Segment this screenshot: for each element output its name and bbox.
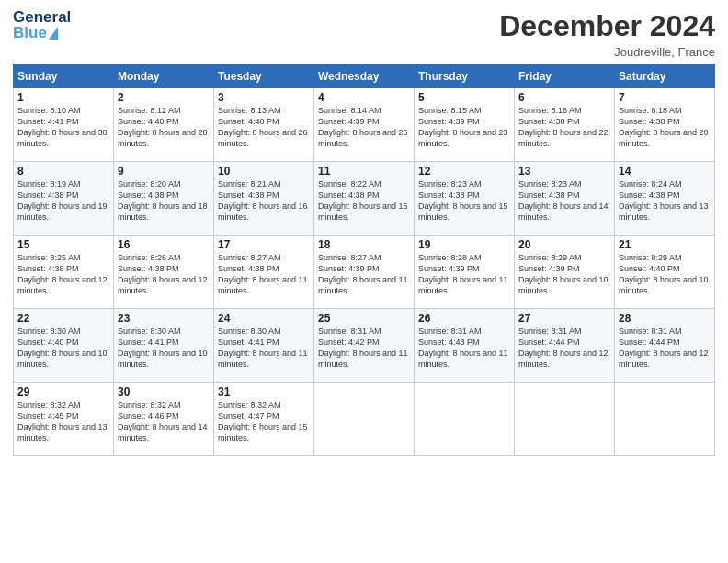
cell-info: Sunrise: 8:27 AM Sunset: 4:38 PM Dayligh…: [218, 252, 310, 297]
cell-info: Sunrise: 8:30 AM Sunset: 4:41 PM Dayligh…: [118, 326, 210, 371]
header-row: Sunday Monday Tuesday Wednesday Thursday…: [14, 65, 715, 88]
day-number: 9: [118, 165, 210, 178]
cell-info: Sunrise: 8:32 AM Sunset: 4:45 PM Dayligh…: [17, 399, 109, 444]
cell-info: Sunrise: 8:31 AM Sunset: 4:42 PM Dayligh…: [318, 326, 410, 371]
cell-info: Sunrise: 8:28 AM Sunset: 4:39 PM Dayligh…: [418, 252, 510, 297]
page: General Blue December 2024 Joudreville, …: [0, 0, 728, 563]
calendar-cell: 18 Sunrise: 8:27 AM Sunset: 4:39 PM Dayl…: [314, 236, 415, 309]
calendar-cell: 15 Sunrise: 8:25 AM Sunset: 4:38 PM Dayl…: [14, 236, 114, 309]
logo-blue-text: Blue: [13, 25, 47, 40]
cell-info: Sunrise: 8:26 AM Sunset: 4:38 PM Dayligh…: [118, 252, 210, 297]
day-number: 14: [619, 165, 711, 178]
calendar-week-2: 8 Sunrise: 8:19 AM Sunset: 4:38 PM Dayli…: [14, 162, 715, 236]
calendar-cell: 4 Sunrise: 8:14 AM Sunset: 4:39 PM Dayli…: [314, 88, 415, 162]
calendar-cell: 10 Sunrise: 8:21 AM Sunset: 4:38 PM Dayl…: [214, 162, 314, 236]
cell-info: Sunrise: 8:19 AM Sunset: 4:38 PM Dayligh…: [17, 178, 109, 224]
calendar-cell: 13 Sunrise: 8:23 AM Sunset: 4:38 PM Dayl…: [515, 162, 615, 236]
cell-info: Sunrise: 8:22 AM Sunset: 4:38 PM Dayligh…: [318, 178, 410, 224]
day-number: 20: [518, 238, 610, 251]
calendar-cell: 23 Sunrise: 8:30 AM Sunset: 4:41 PM Dayl…: [114, 309, 214, 383]
calendar-cell: 12 Sunrise: 8:23 AM Sunset: 4:38 PM Dayl…: [415, 162, 515, 236]
cell-info: Sunrise: 8:31 AM Sunset: 4:44 PM Dayligh…: [518, 326, 610, 371]
cell-info: Sunrise: 8:23 AM Sunset: 4:38 PM Dayligh…: [418, 178, 510, 224]
col-wednesday: Wednesday: [314, 65, 415, 88]
calendar-table: Sunday Monday Tuesday Wednesday Thursday…: [13, 64, 715, 456]
cell-info: Sunrise: 8:27 AM Sunset: 4:39 PM Dayligh…: [318, 252, 410, 297]
title-section: December 2024 Joudreville, France: [499, 9, 715, 59]
day-number: 24: [218, 312, 310, 325]
calendar-cell: 20 Sunrise: 8:29 AM Sunset: 4:39 PM Dayl…: [515, 236, 615, 309]
col-saturday: Saturday: [615, 65, 715, 88]
calendar-week-5: 29 Sunrise: 8:32 AM Sunset: 4:45 PM Dayl…: [14, 383, 715, 456]
calendar-cell: 28 Sunrise: 8:31 AM Sunset: 4:44 PM Dayl…: [615, 309, 715, 383]
day-number: 13: [518, 165, 610, 178]
calendar-cell: 7 Sunrise: 8:18 AM Sunset: 4:38 PM Dayli…: [615, 88, 715, 162]
calendar-cell: 5 Sunrise: 8:15 AM Sunset: 4:39 PM Dayli…: [415, 88, 515, 162]
cell-info: Sunrise: 8:13 AM Sunset: 4:40 PM Dayligh…: [218, 105, 310, 150]
col-sunday: Sunday: [14, 65, 114, 88]
location: Joudreville, France: [499, 45, 715, 59]
calendar-cell: 8 Sunrise: 8:19 AM Sunset: 4:38 PM Dayli…: [14, 162, 114, 236]
cell-info: Sunrise: 8:31 AM Sunset: 4:44 PM Dayligh…: [619, 326, 711, 371]
calendar-cell: 31 Sunrise: 8:32 AM Sunset: 4:47 PM Dayl…: [214, 383, 314, 456]
day-number: 21: [619, 238, 711, 251]
cell-info: Sunrise: 8:30 AM Sunset: 4:40 PM Dayligh…: [17, 326, 109, 371]
day-number: 22: [17, 312, 109, 325]
cell-info: Sunrise: 8:29 AM Sunset: 4:39 PM Dayligh…: [518, 252, 610, 297]
cell-info: Sunrise: 8:30 AM Sunset: 4:41 PM Dayligh…: [218, 326, 310, 371]
calendar-week-3: 15 Sunrise: 8:25 AM Sunset: 4:38 PM Dayl…: [14, 236, 715, 309]
cell-info: Sunrise: 8:18 AM Sunset: 4:38 PM Dayligh…: [619, 105, 711, 150]
calendar-cell: 21 Sunrise: 8:29 AM Sunset: 4:40 PM Dayl…: [615, 236, 715, 309]
day-number: 25: [318, 312, 410, 325]
day-number: 18: [318, 238, 410, 251]
cell-info: Sunrise: 8:32 AM Sunset: 4:46 PM Dayligh…: [118, 399, 210, 444]
calendar-week-4: 22 Sunrise: 8:30 AM Sunset: 4:40 PM Dayl…: [14, 309, 715, 383]
calendar-week-1: 1 Sunrise: 8:10 AM Sunset: 4:41 PM Dayli…: [14, 88, 715, 162]
calendar-cell: 14 Sunrise: 8:24 AM Sunset: 4:38 PM Dayl…: [615, 162, 715, 236]
day-number: 2: [118, 91, 210, 104]
calendar-cell: 17 Sunrise: 8:27 AM Sunset: 4:38 PM Dayl…: [214, 236, 314, 309]
calendar-cell: 11 Sunrise: 8:22 AM Sunset: 4:38 PM Dayl…: [314, 162, 415, 236]
day-number: 26: [418, 312, 510, 325]
logo-line2: Blue: [13, 25, 58, 40]
day-number: 31: [218, 385, 310, 398]
day-number: 11: [318, 165, 410, 178]
day-number: 5: [418, 91, 510, 104]
calendar-cell: 2 Sunrise: 8:12 AM Sunset: 4:40 PM Dayli…: [114, 88, 214, 162]
day-number: 1: [17, 91, 109, 104]
cell-info: Sunrise: 8:20 AM Sunset: 4:38 PM Dayligh…: [118, 178, 210, 224]
calendar-cell: [515, 383, 615, 456]
calendar-cell: 26 Sunrise: 8:31 AM Sunset: 4:43 PM Dayl…: [415, 309, 515, 383]
logo-triangle-icon: [49, 27, 58, 40]
day-number: 23: [118, 312, 210, 325]
cell-info: Sunrise: 8:24 AM Sunset: 4:38 PM Dayligh…: [619, 178, 711, 224]
header: General Blue December 2024 Joudreville, …: [13, 9, 715, 59]
cell-info: Sunrise: 8:10 AM Sunset: 4:41 PM Dayligh…: [17, 105, 109, 150]
day-number: 7: [619, 91, 711, 104]
cell-info: Sunrise: 8:15 AM Sunset: 4:39 PM Dayligh…: [418, 105, 510, 150]
day-number: 27: [518, 312, 610, 325]
day-number: 15: [17, 238, 109, 251]
day-number: 10: [218, 165, 310, 178]
cell-info: Sunrise: 8:31 AM Sunset: 4:43 PM Dayligh…: [418, 326, 510, 371]
logo: General Blue: [13, 9, 71, 40]
month-title: December 2024: [499, 9, 715, 43]
col-friday: Friday: [515, 65, 615, 88]
calendar-cell: 25 Sunrise: 8:31 AM Sunset: 4:42 PM Dayl…: [314, 309, 415, 383]
cell-info: Sunrise: 8:21 AM Sunset: 4:38 PM Dayligh…: [218, 178, 310, 224]
cell-info: Sunrise: 8:16 AM Sunset: 4:38 PM Dayligh…: [518, 105, 610, 150]
day-number: 29: [17, 385, 109, 398]
calendar-cell: 27 Sunrise: 8:31 AM Sunset: 4:44 PM Dayl…: [515, 309, 615, 383]
cell-info: Sunrise: 8:23 AM Sunset: 4:38 PM Dayligh…: [518, 178, 610, 224]
calendar-cell: 3 Sunrise: 8:13 AM Sunset: 4:40 PM Dayli…: [214, 88, 314, 162]
calendar-cell: 30 Sunrise: 8:32 AM Sunset: 4:46 PM Dayl…: [114, 383, 214, 456]
col-thursday: Thursday: [415, 65, 515, 88]
calendar-cell: 9 Sunrise: 8:20 AM Sunset: 4:38 PM Dayli…: [114, 162, 214, 236]
cell-info: Sunrise: 8:12 AM Sunset: 4:40 PM Dayligh…: [118, 105, 210, 150]
calendar-cell: [314, 383, 415, 456]
calendar-cell: 22 Sunrise: 8:30 AM Sunset: 4:40 PM Dayl…: [14, 309, 114, 383]
cell-info: Sunrise: 8:14 AM Sunset: 4:39 PM Dayligh…: [318, 105, 410, 150]
cell-info: Sunrise: 8:25 AM Sunset: 4:38 PM Dayligh…: [17, 252, 109, 297]
day-number: 12: [418, 165, 510, 178]
col-monday: Monday: [114, 65, 214, 88]
